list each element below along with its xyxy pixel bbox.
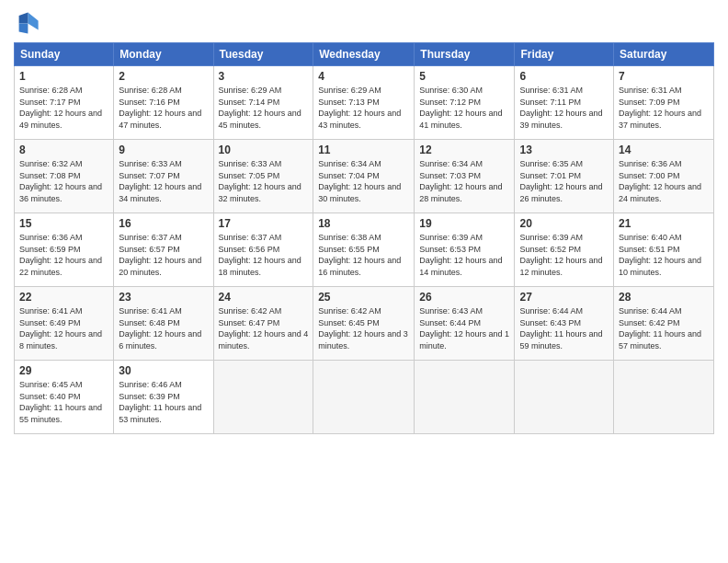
day-number: 2 — [119, 70, 208, 83]
day-detail: Sunrise: 6:36 AMSunset: 7:00 PMDaylight:… — [619, 158, 709, 204]
day-number: 30 — [119, 364, 208, 377]
day-number: 26 — [419, 291, 509, 304]
col-sunday: Sunday — [15, 43, 114, 66]
day-detail: Sunrise: 6:45 AMSunset: 6:40 PMDaylight:… — [19, 379, 108, 425]
col-saturday: Saturday — [614, 43, 714, 66]
calendar-cell — [313, 361, 415, 434]
day-detail: Sunrise: 6:34 AMSunset: 7:04 PMDaylight:… — [318, 158, 409, 204]
calendar-cell: 17 Sunrise: 6:37 AMSunset: 6:56 PMDaylig… — [213, 213, 313, 287]
col-wednesday: Wednesday — [313, 43, 415, 66]
day-number: 12 — [419, 144, 509, 156]
day-number: 21 — [619, 217, 709, 230]
day-detail: Sunrise: 6:29 AMSunset: 7:13 PMDaylight:… — [318, 85, 409, 131]
calendar-cell: 7 Sunrise: 6:31 AMSunset: 7:09 PMDayligh… — [614, 66, 714, 140]
calendar-cell: 23 Sunrise: 6:41 AMSunset: 6:48 PMDaylig… — [114, 287, 213, 361]
day-number: 9 — [119, 144, 208, 156]
calendar-cell: 10 Sunrise: 6:33 AMSunset: 7:05 PMDaylig… — [213, 140, 313, 213]
day-detail: Sunrise: 6:39 AMSunset: 6:52 PMDaylight:… — [519, 232, 609, 278]
calendar-cell: 4 Sunrise: 6:29 AMSunset: 7:13 PMDayligh… — [313, 66, 415, 140]
day-number: 19 — [419, 217, 509, 230]
day-detail: Sunrise: 6:33 AMSunset: 7:05 PMDaylight:… — [219, 158, 309, 204]
day-number: 3 — [219, 70, 309, 83]
day-number: 14 — [619, 144, 709, 156]
day-number: 13 — [519, 144, 609, 156]
calendar-cell: 19 Sunrise: 6:39 AMSunset: 6:53 PMDaylig… — [415, 213, 515, 287]
day-number: 22 — [19, 291, 108, 304]
calendar-header-row: Sunday Monday Tuesday Wednesday Thursday… — [15, 43, 714, 66]
day-detail: Sunrise: 6:39 AMSunset: 6:53 PMDaylight:… — [419, 232, 509, 278]
day-number: 27 — [519, 291, 609, 304]
day-detail: Sunrise: 6:28 AMSunset: 7:16 PMDaylight:… — [119, 85, 208, 131]
col-friday: Friday — [515, 43, 614, 66]
calendar-cell: 22 Sunrise: 6:41 AMSunset: 6:49 PMDaylig… — [15, 287, 114, 361]
day-detail: Sunrise: 6:30 AMSunset: 7:12 PMDaylight:… — [419, 85, 509, 131]
calendar-cell: 13 Sunrise: 6:35 AMSunset: 7:01 PMDaylig… — [515, 140, 614, 213]
day-number: 16 — [119, 217, 208, 230]
day-number: 29 — [19, 364, 108, 377]
calendar-cell: 16 Sunrise: 6:37 AMSunset: 6:57 PMDaylig… — [114, 213, 213, 287]
calendar-cell: 2 Sunrise: 6:28 AMSunset: 7:16 PMDayligh… — [114, 66, 213, 140]
calendar-cell — [415, 361, 515, 434]
day-number: 18 — [318, 217, 409, 230]
day-detail: Sunrise: 6:44 AMSunset: 6:43 PMDaylight:… — [519, 305, 609, 351]
day-number: 24 — [219, 291, 309, 304]
calendar-week-2: 15 Sunrise: 6:36 AMSunset: 6:59 PMDaylig… — [15, 213, 714, 287]
calendar-cell: 8 Sunrise: 6:32 AMSunset: 7:08 PMDayligh… — [15, 140, 114, 213]
calendar-cell: 5 Sunrise: 6:30 AMSunset: 7:12 PMDayligh… — [415, 66, 515, 140]
calendar-cell: 15 Sunrise: 6:36 AMSunset: 6:59 PMDaylig… — [15, 213, 114, 287]
calendar-table: Sunday Monday Tuesday Wednesday Thursday… — [14, 42, 714, 434]
header — [14, 9, 714, 35]
day-detail: Sunrise: 6:38 AMSunset: 6:55 PMDaylight:… — [318, 232, 409, 278]
day-detail: Sunrise: 6:34 AMSunset: 7:03 PMDaylight:… — [419, 158, 509, 204]
day-number: 17 — [219, 217, 309, 230]
day-number: 15 — [19, 217, 108, 230]
day-number: 7 — [619, 70, 709, 83]
page: Sunday Monday Tuesday Wednesday Thursday… — [0, 0, 728, 563]
day-number: 10 — [219, 144, 309, 156]
day-detail: Sunrise: 6:35 AMSunset: 7:01 PMDaylight:… — [519, 158, 609, 204]
col-tuesday: Tuesday — [213, 43, 313, 66]
calendar-week-1: 8 Sunrise: 6:32 AMSunset: 7:08 PMDayligh… — [15, 140, 714, 213]
calendar-cell: 18 Sunrise: 6:38 AMSunset: 6:55 PMDaylig… — [313, 213, 415, 287]
calendar-cell: 25 Sunrise: 6:42 AMSunset: 6:45 PMDaylig… — [313, 287, 415, 361]
day-detail: Sunrise: 6:36 AMSunset: 6:59 PMDaylight:… — [19, 232, 108, 278]
day-detail: Sunrise: 6:40 AMSunset: 6:51 PMDaylight:… — [619, 232, 709, 278]
day-number: 20 — [519, 217, 609, 230]
calendar-week-3: 22 Sunrise: 6:41 AMSunset: 6:49 PMDaylig… — [15, 287, 714, 361]
calendar-cell: 30 Sunrise: 6:46 AMSunset: 6:39 PMDaylig… — [114, 361, 213, 434]
calendar-cell: 3 Sunrise: 6:29 AMSunset: 7:14 PMDayligh… — [213, 66, 313, 140]
day-number: 25 — [318, 291, 409, 304]
day-detail: Sunrise: 6:41 AMSunset: 6:49 PMDaylight:… — [19, 305, 108, 351]
day-detail: Sunrise: 6:42 AMSunset: 6:47 PMDaylight:… — [219, 305, 309, 351]
day-detail: Sunrise: 6:28 AMSunset: 7:17 PMDaylight:… — [19, 85, 108, 131]
day-detail: Sunrise: 6:33 AMSunset: 7:07 PMDaylight:… — [119, 158, 208, 204]
day-detail: Sunrise: 6:43 AMSunset: 6:44 PMDaylight:… — [419, 305, 509, 351]
calendar-cell: 28 Sunrise: 6:44 AMSunset: 6:42 PMDaylig… — [614, 287, 714, 361]
day-number: 28 — [619, 291, 709, 304]
day-detail: Sunrise: 6:31 AMSunset: 7:11 PMDaylight:… — [519, 85, 609, 131]
day-detail: Sunrise: 6:37 AMSunset: 6:56 PMDaylight:… — [219, 232, 309, 278]
calendar-cell: 12 Sunrise: 6:34 AMSunset: 7:03 PMDaylig… — [415, 140, 515, 213]
day-number: 6 — [519, 70, 609, 83]
col-monday: Monday — [114, 43, 213, 66]
calendar-cell — [614, 361, 714, 434]
calendar-cell: 1 Sunrise: 6:28 AMSunset: 7:17 PMDayligh… — [15, 66, 114, 140]
day-number: 5 — [419, 70, 509, 83]
day-detail: Sunrise: 6:32 AMSunset: 7:08 PMDaylight:… — [19, 158, 108, 204]
logo — [14, 9, 43, 35]
logo-icon — [14, 9, 40, 35]
calendar-cell: 11 Sunrise: 6:34 AMSunset: 7:04 PMDaylig… — [313, 140, 415, 213]
col-thursday: Thursday — [415, 43, 515, 66]
calendar-cell — [515, 361, 614, 434]
calendar-cell: 26 Sunrise: 6:43 AMSunset: 6:44 PMDaylig… — [415, 287, 515, 361]
calendar-cell: 21 Sunrise: 6:40 AMSunset: 6:51 PMDaylig… — [614, 213, 714, 287]
day-detail: Sunrise: 6:31 AMSunset: 7:09 PMDaylight:… — [619, 85, 709, 131]
calendar-week-4: 29 Sunrise: 6:45 AMSunset: 6:40 PMDaylig… — [15, 361, 714, 434]
day-number: 23 — [119, 291, 208, 304]
calendar-week-0: 1 Sunrise: 6:28 AMSunset: 7:17 PMDayligh… — [15, 66, 714, 140]
calendar-cell: 9 Sunrise: 6:33 AMSunset: 7:07 PMDayligh… — [114, 140, 213, 213]
day-number: 1 — [19, 70, 108, 83]
calendar-cell: 6 Sunrise: 6:31 AMSunset: 7:11 PMDayligh… — [515, 66, 614, 140]
day-detail: Sunrise: 6:41 AMSunset: 6:48 PMDaylight:… — [119, 305, 208, 351]
calendar-cell: 27 Sunrise: 6:44 AMSunset: 6:43 PMDaylig… — [515, 287, 614, 361]
